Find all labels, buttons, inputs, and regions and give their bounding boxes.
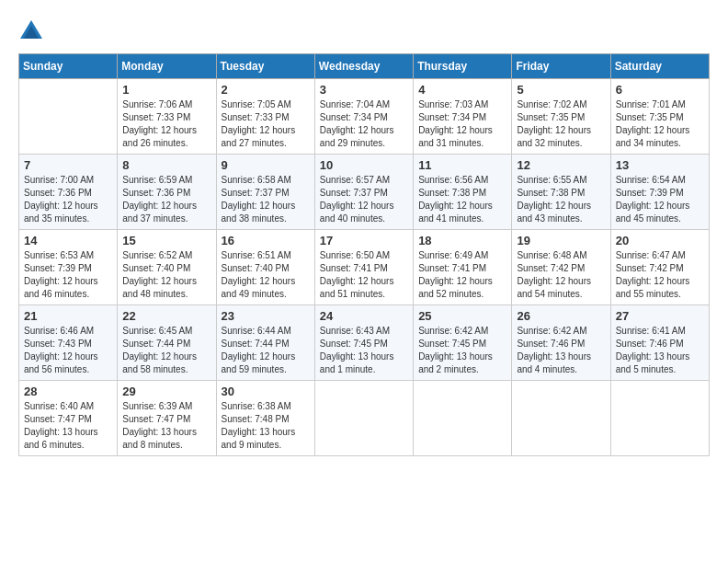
day-info: Sunrise: 6:54 AM Sunset: 7:39 PM Dayligh… xyxy=(616,174,704,225)
calendar-cell: 18Sunrise: 6:49 AM Sunset: 7:41 PM Dayli… xyxy=(414,230,512,305)
day-info: Sunrise: 6:53 AM Sunset: 7:39 PM Dayligh… xyxy=(24,249,112,301)
page-header xyxy=(18,18,710,44)
calendar-cell: 23Sunrise: 6:44 AM Sunset: 7:44 PM Dayli… xyxy=(216,305,314,381)
calendar-week-row: 21Sunrise: 6:46 AM Sunset: 7:43 PM Dayli… xyxy=(19,305,710,381)
calendar-table: SundayMondayTuesdayWednesdayThursdayFrid… xyxy=(18,53,710,456)
day-number: 16 xyxy=(222,234,310,247)
calendar-cell: 7Sunrise: 7:00 AM Sunset: 7:36 PM Daylig… xyxy=(19,155,118,230)
day-number: 22 xyxy=(122,309,210,323)
day-info: Sunrise: 6:58 AM Sunset: 7:37 PM Dayligh… xyxy=(222,174,310,225)
day-header: Tuesday xyxy=(216,54,314,79)
calendar-week-row: 14Sunrise: 6:53 AM Sunset: 7:39 PM Dayli… xyxy=(19,230,710,305)
day-header: Thursday xyxy=(414,54,512,79)
calendar-cell: 13Sunrise: 6:54 AM Sunset: 7:39 PM Dayli… xyxy=(610,155,709,230)
calendar-cell: 9Sunrise: 6:58 AM Sunset: 7:37 PM Daylig… xyxy=(216,155,314,230)
logo xyxy=(18,18,46,44)
calendar-cell: 6Sunrise: 7:01 AM Sunset: 7:35 PM Daylig… xyxy=(610,79,709,155)
day-number: 14 xyxy=(24,234,112,247)
calendar-cell xyxy=(414,381,512,456)
calendar-cell xyxy=(19,79,118,155)
day-number: 28 xyxy=(24,385,112,398)
day-info: Sunrise: 6:43 AM Sunset: 7:45 PM Dayligh… xyxy=(320,325,408,376)
calendar-cell: 20Sunrise: 6:47 AM Sunset: 7:42 PM Dayli… xyxy=(610,230,709,305)
day-info: Sunrise: 6:46 AM Sunset: 7:43 PM Dayligh… xyxy=(24,325,112,376)
calendar-cell: 17Sunrise: 6:50 AM Sunset: 7:41 PM Dayli… xyxy=(314,230,413,305)
day-info: Sunrise: 6:40 AM Sunset: 7:47 PM Dayligh… xyxy=(24,400,112,452)
day-header: Sunday xyxy=(19,54,118,79)
day-number: 15 xyxy=(122,234,210,247)
day-info: Sunrise: 7:00 AM Sunset: 7:36 PM Dayligh… xyxy=(24,174,112,225)
calendar-cell: 22Sunrise: 6:45 AM Sunset: 7:44 PM Dayli… xyxy=(118,305,216,381)
calendar-cell: 21Sunrise: 6:46 AM Sunset: 7:43 PM Dayli… xyxy=(19,305,118,381)
day-info: Sunrise: 6:59 AM Sunset: 7:36 PM Dayligh… xyxy=(122,174,210,225)
day-info: Sunrise: 6:39 AM Sunset: 7:47 PM Dayligh… xyxy=(122,400,210,452)
day-info: Sunrise: 6:45 AM Sunset: 7:44 PM Dayligh… xyxy=(122,325,210,376)
day-number: 6 xyxy=(616,83,704,97)
calendar-cell: 25Sunrise: 6:42 AM Sunset: 7:45 PM Dayli… xyxy=(414,305,512,381)
day-number: 24 xyxy=(320,309,408,323)
calendar-cell: 26Sunrise: 6:42 AM Sunset: 7:46 PM Dayli… xyxy=(512,305,610,381)
calendar-cell xyxy=(314,381,413,456)
day-info: Sunrise: 7:02 AM Sunset: 7:35 PM Dayligh… xyxy=(517,98,605,150)
day-info: Sunrise: 7:01 AM Sunset: 7:35 PM Dayligh… xyxy=(616,98,704,150)
day-info: Sunrise: 7:03 AM Sunset: 7:34 PM Dayligh… xyxy=(418,98,506,150)
day-number: 18 xyxy=(418,234,506,247)
day-info: Sunrise: 6:52 AM Sunset: 7:40 PM Dayligh… xyxy=(122,249,210,301)
calendar-week-row: 1Sunrise: 7:06 AM Sunset: 7:33 PM Daylig… xyxy=(19,79,710,155)
day-info: Sunrise: 6:41 AM Sunset: 7:46 PM Dayligh… xyxy=(616,325,704,376)
calendar-cell: 8Sunrise: 6:59 AM Sunset: 7:36 PM Daylig… xyxy=(118,155,216,230)
day-number: 21 xyxy=(24,309,112,323)
calendar-cell: 5Sunrise: 7:02 AM Sunset: 7:35 PM Daylig… xyxy=(512,79,610,155)
calendar-cell: 12Sunrise: 6:55 AM Sunset: 7:38 PM Dayli… xyxy=(512,155,610,230)
calendar-cell: 14Sunrise: 6:53 AM Sunset: 7:39 PM Dayli… xyxy=(19,230,118,305)
calendar-cell xyxy=(512,381,610,456)
day-info: Sunrise: 7:04 AM Sunset: 7:34 PM Dayligh… xyxy=(320,98,408,150)
day-info: Sunrise: 6:42 AM Sunset: 7:46 PM Dayligh… xyxy=(517,325,605,376)
calendar-cell: 30Sunrise: 6:38 AM Sunset: 7:48 PM Dayli… xyxy=(216,381,314,456)
calendar-cell: 16Sunrise: 6:51 AM Sunset: 7:40 PM Dayli… xyxy=(216,230,314,305)
calendar-cell: 1Sunrise: 7:06 AM Sunset: 7:33 PM Daylig… xyxy=(118,79,216,155)
calendar-cell: 19Sunrise: 6:48 AM Sunset: 7:42 PM Dayli… xyxy=(512,230,610,305)
day-info: Sunrise: 7:05 AM Sunset: 7:33 PM Dayligh… xyxy=(222,98,310,150)
day-info: Sunrise: 6:56 AM Sunset: 7:38 PM Dayligh… xyxy=(418,174,506,225)
day-info: Sunrise: 7:06 AM Sunset: 7:33 PM Dayligh… xyxy=(122,98,210,150)
calendar-cell: 3Sunrise: 7:04 AM Sunset: 7:34 PM Daylig… xyxy=(314,79,413,155)
day-number: 4 xyxy=(418,83,506,97)
calendar-week-row: 28Sunrise: 6:40 AM Sunset: 7:47 PM Dayli… xyxy=(19,381,710,456)
calendar-cell: 27Sunrise: 6:41 AM Sunset: 7:46 PM Dayli… xyxy=(610,305,709,381)
day-number: 5 xyxy=(517,83,605,97)
day-header: Friday xyxy=(512,54,610,79)
day-number: 25 xyxy=(418,309,506,323)
day-number: 27 xyxy=(616,309,704,323)
calendar-cell: 15Sunrise: 6:52 AM Sunset: 7:40 PM Dayli… xyxy=(118,230,216,305)
days-header-row: SundayMondayTuesdayWednesdayThursdayFrid… xyxy=(19,54,710,79)
calendar-cell: 24Sunrise: 6:43 AM Sunset: 7:45 PM Dayli… xyxy=(314,305,413,381)
day-header: Wednesday xyxy=(314,54,413,79)
calendar-cell: 29Sunrise: 6:39 AM Sunset: 7:47 PM Dayli… xyxy=(118,381,216,456)
day-info: Sunrise: 6:48 AM Sunset: 7:42 PM Dayligh… xyxy=(517,249,605,301)
day-number: 13 xyxy=(616,158,704,172)
day-number: 17 xyxy=(320,234,408,247)
day-number: 12 xyxy=(517,158,605,172)
day-number: 1 xyxy=(122,83,210,97)
day-header: Monday xyxy=(118,54,216,79)
day-number: 7 xyxy=(24,158,112,172)
calendar-cell: 2Sunrise: 7:05 AM Sunset: 7:33 PM Daylig… xyxy=(216,79,314,155)
day-number: 23 xyxy=(222,309,310,323)
day-info: Sunrise: 6:55 AM Sunset: 7:38 PM Dayligh… xyxy=(517,174,605,225)
day-info: Sunrise: 6:51 AM Sunset: 7:40 PM Dayligh… xyxy=(222,249,310,301)
calendar-week-row: 7Sunrise: 7:00 AM Sunset: 7:36 PM Daylig… xyxy=(19,155,710,230)
calendar-cell: 11Sunrise: 6:56 AM Sunset: 7:38 PM Dayli… xyxy=(414,155,512,230)
day-number: 9 xyxy=(222,158,310,172)
calendar-cell: 10Sunrise: 6:57 AM Sunset: 7:37 PM Dayli… xyxy=(314,155,413,230)
day-number: 2 xyxy=(222,83,310,97)
day-info: Sunrise: 6:42 AM Sunset: 7:45 PM Dayligh… xyxy=(418,325,506,376)
day-number: 20 xyxy=(616,234,704,247)
day-number: 3 xyxy=(320,83,408,97)
day-number: 10 xyxy=(320,158,408,172)
calendar-cell: 4Sunrise: 7:03 AM Sunset: 7:34 PM Daylig… xyxy=(414,79,512,155)
day-info: Sunrise: 6:38 AM Sunset: 7:48 PM Dayligh… xyxy=(222,400,310,452)
day-info: Sunrise: 6:57 AM Sunset: 7:37 PM Dayligh… xyxy=(320,174,408,225)
day-number: 19 xyxy=(517,234,605,247)
day-info: Sunrise: 6:49 AM Sunset: 7:41 PM Dayligh… xyxy=(418,249,506,301)
